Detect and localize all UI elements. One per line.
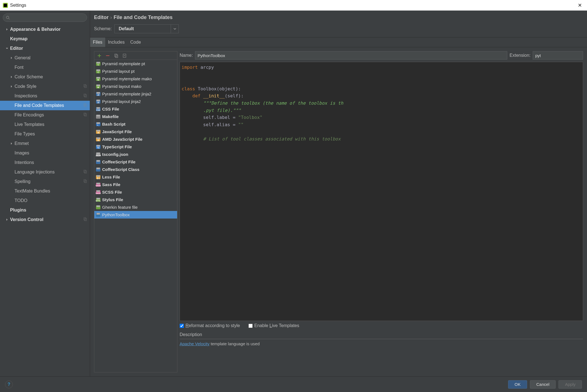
sidebar-item-label: Intentions [15, 160, 34, 165]
reformat-checkbox[interactable]: Reformat according to style [180, 323, 240, 328]
template-item-label: Makefile [102, 114, 119, 119]
template-item[interactable]: CSSCSS File [94, 105, 177, 113]
svg-line-1 [9, 18, 10, 20]
template-item[interactable]: CPyramid layout pt [94, 67, 177, 75]
file-type-icon [96, 205, 100, 209]
file-type-icon: JS [96, 137, 100, 141]
template-item[interactable]: CoffeeScript Class [94, 166, 177, 173]
svg-rect-12 [84, 180, 86, 182]
template-item[interactable]: CPyramid mytemplate pt [94, 60, 177, 67]
template-item[interactable]: MPyramid mytemplate mako [94, 75, 177, 83]
template-item[interactable]: JSONtsconfig.json [94, 151, 177, 158]
tab-code[interactable]: Code [127, 37, 144, 47]
file-type-icon [96, 213, 100, 217]
template-item[interactable]: Makefile [94, 113, 177, 120]
breadcrumb-root: Editor [94, 15, 109, 20]
sidebar-item-inspections[interactable]: Inspections [0, 91, 90, 101]
description-text: template language is used [210, 341, 260, 346]
sidebar-item-label: TODO [15, 198, 27, 203]
sidebar-item-font[interactable]: Font [0, 63, 90, 72]
svg-rect-4 [84, 94, 86, 97]
template-item[interactable]: JSAMD JavaScript File [94, 135, 177, 143]
search-input[interactable] [3, 13, 87, 22]
template-item-label: CoffeeScript File [102, 159, 135, 164]
template-item-label: Pyramid mytemplate jinja2 [102, 91, 151, 96]
file-type-icon: CSS [96, 107, 100, 111]
template-item-label: Stylus File [102, 197, 123, 202]
app-logo-icon [3, 3, 8, 8]
sidebar-item-todo[interactable]: TODO [0, 196, 90, 205]
remove-template-button[interactable] [105, 53, 110, 58]
sidebar-item-label: Live Templates [15, 122, 44, 127]
template-item-label: CoffeeScript Class [102, 167, 139, 172]
sidebar-item-images[interactable]: Images [0, 148, 90, 158]
sidebar-item-plugins[interactable]: Plugins [0, 205, 90, 215]
sidebar-item-keymap[interactable]: Keymap [0, 34, 90, 44]
apply-button[interactable]: Apply [558, 380, 582, 389]
template-item-label: PythonToolbox [102, 212, 130, 217]
template-item[interactable]: J2Pyramid layout jinja2 [94, 98, 177, 105]
live-templates-checkbox[interactable]: Enable Live Templates [248, 323, 299, 328]
template-toolbar [94, 51, 177, 60]
code-editor[interactable]: import arcpy class Toolbox(object): def … [180, 62, 583, 321]
reset-template-button[interactable] [122, 53, 127, 58]
close-button[interactable]: ✕ [576, 1, 584, 10]
breadcrumb: Editor›File and Code Templates [90, 11, 587, 23]
chevron-down-icon [171, 25, 179, 33]
sidebar-item-language-injections[interactable]: Language Injections [0, 167, 90, 177]
settings-content: Editor›File and Code Templates Scheme: D… [90, 11, 587, 376]
file-type-icon [96, 160, 100, 164]
sidebar-item-emmet[interactable]: Emmet [0, 139, 90, 148]
template-item[interactable]: TSTypeScript File [94, 143, 177, 151]
ok-button[interactable]: OK [508, 380, 527, 389]
tab-files[interactable]: Files [90, 37, 105, 47]
expand-icon [5, 46, 9, 50]
file-type-icon: M [96, 84, 100, 88]
template-item-label: Less File [102, 175, 120, 179]
sidebar-item-spelling[interactable]: Spelling [0, 177, 90, 186]
sidebar-item-version-control[interactable]: Version Control [0, 215, 90, 224]
template-item[interactable]: J2Pyramid mytemplate jinja2 [94, 90, 177, 98]
svg-rect-9 [84, 114, 86, 116]
tab-includes[interactable]: Includes [105, 37, 128, 47]
add-template-button[interactable] [97, 53, 102, 58]
velocity-link[interactable]: Apache Velocity [180, 341, 210, 346]
sidebar-item-label: Appearance & Behavior [10, 27, 61, 32]
scheme-select[interactable]: Default [114, 24, 179, 33]
expand-icon [10, 84, 13, 88]
template-item[interactable]: {L}Less File [94, 173, 177, 181]
template-item[interactable]: SASSSass File [94, 181, 177, 188]
template-item-label: Pyramid mytemplate mako [102, 76, 152, 81]
sidebar-item-file-encodings[interactable]: File Encodings [0, 110, 90, 120]
template-item[interactable]: SASSSCSS File [94, 188, 177, 196]
search-icon [6, 16, 10, 20]
sidebar-item-editor[interactable]: Editor [0, 44, 90, 53]
template-item[interactable]: STYLStylus File [94, 196, 177, 203]
template-item[interactable]: Gherkin feature file [94, 203, 177, 211]
file-type-icon: SASS [96, 190, 100, 194]
template-item[interactable]: MPyramid layout mako [94, 83, 177, 90]
svg-rect-16 [115, 54, 117, 57]
sidebar-item-file-and-code-templates[interactable]: File and Code Templates [0, 101, 90, 110]
file-type-icon: J2 [96, 100, 100, 104]
template-item[interactable]: JSJavaScript File [94, 128, 177, 135]
sidebar-item-general[interactable]: General [0, 53, 90, 63]
copy-template-button[interactable] [114, 53, 118, 58]
cancel-button[interactable]: Cancel [530, 380, 556, 389]
sidebar-item-file-types[interactable]: File Types [0, 129, 90, 139]
sidebar-item-appearance-behavior[interactable]: Appearance & Behavior [0, 25, 90, 34]
sidebar-item-live-templates[interactable]: Live Templates [0, 120, 90, 129]
help-button[interactable]: ? [5, 381, 13, 388]
template-item-label: TypeScript File [102, 144, 132, 149]
template-item[interactable]: CoffeeScript File [94, 158, 177, 166]
sidebar-item-intentions[interactable]: Intentions [0, 158, 90, 167]
svg-rect-10 [84, 170, 86, 173]
extension-input[interactable] [533, 51, 583, 60]
template-item[interactable]: >_Bash Script [94, 120, 177, 128]
sidebar-item-color-scheme[interactable]: Color Scheme [0, 72, 90, 82]
file-type-icon: C [96, 62, 100, 66]
name-input[interactable] [195, 51, 507, 60]
template-item[interactable]: PythonToolbox [94, 211, 177, 219]
sidebar-item-textmate-bundles[interactable]: TextMate Bundles [0, 186, 90, 196]
sidebar-item-code-style[interactable]: Code Style [0, 82, 90, 91]
